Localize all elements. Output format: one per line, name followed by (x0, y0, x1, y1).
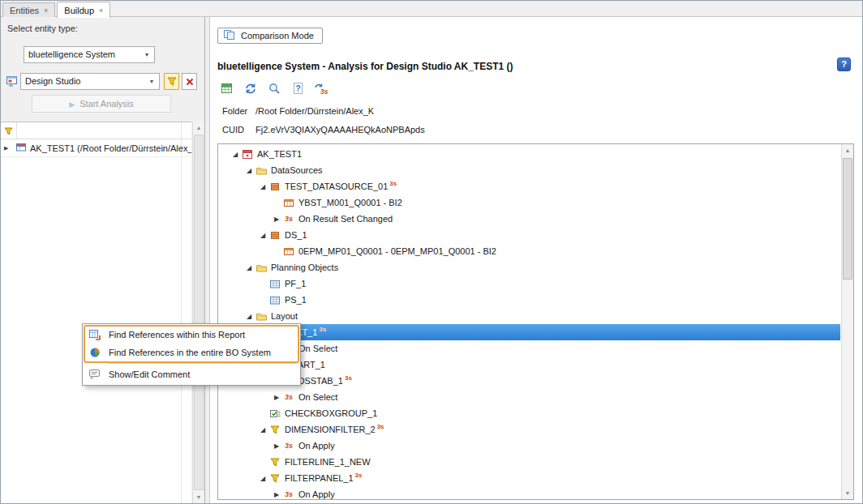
grid-filter-cell[interactable] (1, 122, 17, 139)
menu-item-label: Show/Edit Comment (109, 369, 190, 379)
refresh-button[interactable] (243, 82, 259, 96)
analysis-panel: Comparison Mode bluetelligence System - … (209, 17, 862, 503)
export-grid-button[interactable] (219, 82, 235, 96)
tab-close-icon[interactable]: × (44, 6, 48, 15)
tree-item-ak-test1[interactable]: ◢AK_TEST1 (218, 146, 840, 162)
tree-item-pf-1[interactable]: PF_1 (218, 275, 840, 292)
tree-item-on-apply[interactable]: ▶3sOn Apply (218, 486, 840, 500)
collapse-icon[interactable]: ◢ (257, 426, 268, 434)
scrollbar-thumb[interactable] (843, 158, 852, 280)
tree-item-label: TEST_DATASOURCE_01 (285, 182, 388, 191)
collapse-icon[interactable]: ◢ (243, 313, 255, 320)
find-references-system-icon (88, 346, 101, 359)
tree-item-test-datasource-01[interactable]: ◢TEST_DATASOURCE_013s (218, 178, 840, 194)
tree-item-label: On Select (298, 392, 337, 402)
find-references-report-icon (88, 328, 101, 341)
collapse-icon[interactable]: ◢ (243, 167, 255, 174)
tree-item-0epm-mp01-q0001-0epm-mp01-q0001-bi2[interactable]: 0EPM_MP01_Q0001 - 0EPM_MP01_Q0001 - BI2 (218, 243, 840, 259)
help-button[interactable]: ? (837, 58, 851, 71)
tree-scrollbar[interactable]: ▲ ▼ (841, 144, 853, 499)
comparison-mode-icon (223, 29, 236, 42)
menu-item-find-references-in-the-entire-bo-system[interactable]: Find References in the entire BO System (83, 344, 300, 361)
tab-label: Buildup (64, 6, 94, 15)
entity-row[interactable]: ▶ AK_TEST1 (/Root Folder/Dürrstein/Alex_… (1, 139, 191, 157)
tree-item-on-select[interactable]: ▶3sOn Select (218, 389, 840, 405)
entity-type-dropdown-value: Design Studio (25, 76, 81, 86)
tree-item-ds-1[interactable]: ◢DS_1 (218, 227, 840, 243)
tree-item-on-apply[interactable]: ▶3sOn Apply (218, 438, 840, 454)
tree-item-crosstab-1[interactable]: ◢CROSSTAB_13s (218, 373, 840, 389)
entity-type-dropdown[interactable]: Design Studio ▼ (20, 73, 160, 90)
play-icon: ▶ (69, 100, 75, 109)
design-studio-icon (6, 75, 19, 88)
tree-item-planning-objects[interactable]: ◢Planning Objects (218, 259, 840, 275)
collapse-icon[interactable]: ◢ (257, 232, 268, 239)
tree-item-label: On Select (298, 344, 337, 353)
collapse-icon[interactable]: ◢ (230, 151, 241, 158)
scrollbar-thumb[interactable] (194, 135, 204, 490)
folder-value: /Root Folder/Dürrstein/Alex_K (255, 106, 374, 116)
menu-item-find-references-within-this-report[interactable]: Find References within this Report (83, 326, 300, 344)
tree-item-chart-1[interactable]: CHART_1 (218, 357, 840, 373)
tab-close-icon[interactable]: × (99, 6, 103, 15)
collapse-icon[interactable]: ◢ (257, 183, 268, 190)
analysis-tree-box: ◢AK_TEST1◢DataSources◢TEST_DATASOURCE_01… (217, 143, 854, 500)
tree-item-layout[interactable]: ◢Layout (218, 308, 840, 324)
scroll-down-icon[interactable]: ▼ (842, 487, 853, 499)
application-window: Entities×Buildup× Select entity type: bl… (0, 0, 863, 504)
help-doc-icon: ? (291, 82, 305, 97)
grid-icon (268, 294, 281, 305)
cuid-value: Fj2.eVrV3QIAXyQAAAAHEQkAoNPBApds (255, 125, 425, 135)
app-icon (241, 148, 254, 160)
expand-icon[interactable]: ▶ (4, 145, 12, 152)
filter-funnel-icon (166, 76, 178, 87)
tree-item-label: On Apply (298, 441, 335, 451)
comparison-mode-button[interactable]: Comparison Mode (217, 28, 323, 44)
svg-text:3s: 3s (320, 87, 328, 95)
expand-icon[interactable]: ▶ (271, 491, 282, 498)
folder-icon (255, 262, 268, 273)
filter-icon (268, 424, 281, 435)
filter-icon (268, 456, 281, 468)
system-dropdown[interactable]: bluetelligence System ▼ (24, 46, 155, 63)
expand-icon[interactable]: ▶ (271, 394, 282, 401)
scroll-down-icon[interactable]: ▼ (193, 491, 204, 503)
start-analysis-button[interactable]: ▶Start Analysis (32, 95, 171, 113)
scroll-up-icon[interactable]: ▲ (193, 122, 204, 134)
analysis-tree: ◢AK_TEST1◢DataSources◢TEST_DATASOURCE_01… (218, 146, 840, 500)
entity-selection-panel: Select entity type: bluetelligence Syste… (1, 17, 205, 503)
tree-item-filterpanel-1[interactable]: ◢FILTERPANEL_13s (218, 470, 840, 486)
tree-item-ybst-m001-q0001-bi2[interactable]: YBST_M001_Q0001 - BI2 (218, 194, 840, 211)
tree-item-on-result-set-changed[interactable]: ▶3sOn Result Set Changed (218, 211, 840, 227)
clear-filter-button[interactable] (182, 73, 197, 90)
help-doc-button[interactable]: ? (290, 82, 306, 96)
refresh-3s-button[interactable]: 3s (313, 82, 329, 96)
tab-buildup[interactable]: Buildup× (57, 2, 110, 18)
tree-item-text-1[interactable]: ◢ATEXT_13s (218, 324, 840, 340)
svg-text:?: ? (295, 84, 300, 93)
expand-icon[interactable]: ▶ (271, 442, 282, 450)
tab-entities[interactable]: Entities× (2, 2, 55, 17)
event-icon: 3s (282, 440, 295, 451)
scroll-up-icon[interactable]: ▲ (842, 144, 853, 156)
tree-item-on-select[interactable]: ▶3sOn Select (218, 340, 840, 357)
filter-funnel-button[interactable] (164, 73, 179, 90)
seconds-badge: 3s (345, 374, 352, 382)
tree-item-checkboxgroup-1[interactable]: CHECKBOXGROUP_1 (218, 405, 840, 421)
collapse-icon[interactable]: ◢ (257, 475, 268, 482)
tree-item-datasources[interactable]: ◢DataSources (218, 162, 840, 178)
tree-item-filterline-1-new[interactable]: FILTERLINE_1_NEW (218, 454, 840, 470)
tree-item-label: FILTERPANEL_1 (285, 473, 354, 483)
checkbox-icon (268, 408, 281, 419)
collapse-icon[interactable]: ◢ (243, 264, 255, 271)
zoom-button[interactable] (266, 82, 282, 96)
folder-icon (255, 310, 268, 322)
tree-item-ps-1[interactable]: PS_1 (218, 292, 840, 308)
tree-item-dimensionfilter-2[interactable]: ◢DIMENSIONFILTER_23s (218, 421, 840, 438)
left-panel-scrollbar[interactable]: ▲ ▼ (192, 122, 204, 503)
expand-icon[interactable]: ▶ (271, 216, 282, 223)
menu-item-show-edit-comment[interactable]: Show/Edit Comment (83, 365, 300, 383)
cuid-row: CUID Fj2.eVrV3QIAXyQAAAAHEQkAoNPBApds (222, 125, 425, 135)
comparison-mode-label: Comparison Mode (241, 31, 314, 41)
folder-label: Folder (222, 106, 253, 116)
